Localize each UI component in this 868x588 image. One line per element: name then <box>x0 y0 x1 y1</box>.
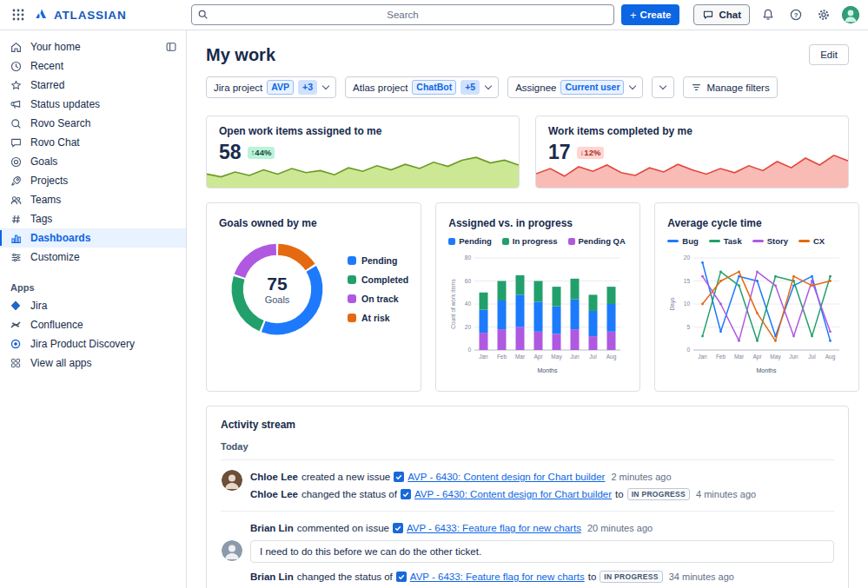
issue-link[interactable]: AVP - 6433: Feature flag for new charts <box>407 523 581 533</box>
activity-item: Chloe Lee changed the status of AVP - 64… <box>250 486 834 503</box>
app-switcher-button[interactable] <box>9 5 28 24</box>
sidebar-item-jira-product-discovery[interactable]: Jira Product Discovery <box>0 334 186 353</box>
sidebar-item-tags[interactable]: Tags <box>0 209 186 228</box>
sidebar: Your home Recent Starred Status updates <box>0 30 187 588</box>
manage-filters-button[interactable]: Manage filters <box>683 76 777 98</box>
sidebar-item-dashboards[interactable]: Dashboards <box>0 228 186 248</box>
settings-button[interactable] <box>814 5 833 24</box>
sidebar-item-starred[interactable]: Starred <box>0 76 186 95</box>
timestamp: 20 minutes ago <box>587 523 653 533</box>
avatar[interactable] <box>222 540 242 561</box>
home-icon <box>9 40 23 54</box>
sidebar-item-rovo-chat[interactable]: Rovo Chat <box>0 133 186 152</box>
help-button[interactable]: ? <box>786 5 805 24</box>
search-input[interactable] <box>191 4 614 25</box>
user-avatar[interactable] <box>842 6 859 23</box>
legend-item: Pending QA <box>568 236 626 246</box>
donut-center: 75 Goals <box>224 236 330 342</box>
sidebar-item-jira[interactable]: Jira <box>0 296 186 315</box>
timestamp: 34 minutes ago <box>669 571 734 582</box>
chat-button[interactable]: Chat <box>693 4 750 25</box>
filter-label: Jira project <box>214 83 262 93</box>
search-icon <box>197 9 209 20</box>
sidebar-item-view-all-apps[interactable]: View all apps <box>0 353 186 373</box>
collapse-sidebar-icon[interactable] <box>165 41 177 53</box>
sidebar-item-label: Customize <box>30 251 80 263</box>
user-avatar-image <box>842 6 859 23</box>
issue-link[interactable]: AVP - 6430: Content design for Chart bui… <box>414 489 612 499</box>
sidebar-item-label: Jira <box>30 300 47 312</box>
legend-item: Pending <box>448 236 491 246</box>
more-filters-dropdown[interactable] <box>652 76 674 98</box>
top-navigation-bar: ATLASSIAN + Create Chat <box>0 0 868 30</box>
chevron-down-icon <box>659 82 666 89</box>
atlassian-logo[interactable]: ATLASSIAN <box>33 7 126 23</box>
sidebar-item-label: View all apps <box>30 357 92 369</box>
legend-label: At risk <box>361 313 390 323</box>
sidebar-item-label: Teams <box>30 194 61 206</box>
svg-text:May: May <box>552 353 563 360</box>
svg-text:Months: Months <box>538 367 558 373</box>
sidebar-item-label: Rovo Search <box>30 117 90 129</box>
legend-swatch <box>348 256 356 265</box>
task-type-icon <box>396 571 407 582</box>
sidebar-item-label: Dashboards <box>30 232 90 244</box>
goals-donut-chart: 75 Goals <box>224 236 330 342</box>
kpi-cards-row: Open work items assigned to me 58 ↑44% W… <box>206 116 849 188</box>
jira-project-filter[interactable]: Jira project AVP +3 <box>206 76 336 98</box>
avatar[interactable] <box>222 470 242 491</box>
assignee-filter[interactable]: Assignee Current user <box>507 76 643 98</box>
sidebar-item-confluence[interactable]: Confluence <box>0 315 186 334</box>
legend-swatch <box>502 238 509 245</box>
line-chart-legend: Bug Task Story CX <box>667 236 846 246</box>
avatar-column <box>221 519 243 537</box>
svg-text:0: 0 <box>687 347 691 353</box>
legend-line-marker <box>667 240 679 242</box>
topbar-left: ATLASSIAN <box>9 5 191 24</box>
issue-link[interactable]: AVP - 6430: Content design for Chart bui… <box>407 472 605 482</box>
edit-button[interactable]: Edit <box>809 44 849 65</box>
sidebar-item-your-home[interactable]: Your home <box>0 37 186 56</box>
sidebar-item-recent[interactable]: Recent <box>0 56 186 76</box>
activity-group: Brian Lin commented on issue AVP - 6433:… <box>221 519 834 537</box>
sidebar-item-goals[interactable]: Goals <box>0 152 186 171</box>
svg-text:?: ? <box>794 11 798 19</box>
svg-text:Jun: Jun <box>571 353 580 360</box>
action-text: changed the status of <box>297 571 393 582</box>
sidebar-item-status-updates[interactable]: Status updates <box>0 95 186 114</box>
filter-label: Atlas project <box>353 83 407 93</box>
apps-section-heading: Apps <box>0 279 186 296</box>
avatar-column <box>221 468 243 503</box>
issue-link[interactable]: AVP - 6433: Feature flag for new charts <box>410 571 585 582</box>
actor-name: Brian Lin <box>250 523 294 533</box>
svg-text:Jul: Jul <box>590 353 598 360</box>
legend-item: Story <box>752 236 788 246</box>
filter-bar: Jira project AVP +3 Atlas project ChatBo… <box>206 76 849 98</box>
sidebar-item-teams[interactable]: Teams <box>0 190 186 209</box>
avatar-image <box>222 540 242 561</box>
activity-group: Brian Lin changed the status of AVP - 64… <box>221 568 834 585</box>
legend-item: CX <box>798 236 825 246</box>
page-header: My work Edit <box>206 44 849 65</box>
topbar-center: + Create <box>191 4 679 25</box>
atlas-project-filter[interactable]: Atlas project ChatBot +5 <box>345 76 499 98</box>
actor-name: Chloe Lee <box>250 472 298 482</box>
delta-up-badge: ↑44% <box>248 147 275 159</box>
filter-more-tag: +3 <box>298 80 317 95</box>
legend-swatch <box>348 275 356 284</box>
sidebar-item-projects[interactable]: Projects <box>0 171 186 190</box>
notifications-button[interactable] <box>759 5 778 24</box>
svg-text:Jul: Jul <box>809 353 817 360</box>
topbar-right: Chat ? <box>693 4 859 25</box>
jira-product-discovery-logo-icon <box>9 337 23 351</box>
sidebar-item-label: Rovo Chat <box>30 136 80 149</box>
create-button[interactable]: + Create <box>621 4 679 25</box>
status-lozenge: IN PROGRESS <box>627 488 690 500</box>
global-search <box>191 4 614 25</box>
create-button-label: Create <box>640 10 672 20</box>
legend-label: Bug <box>682 236 698 246</box>
chat-button-label: Chat <box>719 10 741 20</box>
sidebar-item-rovo-search[interactable]: Rovo Search <box>0 114 186 133</box>
sidebar-item-customize[interactable]: Customize <box>0 248 186 267</box>
legend-label: In progress <box>513 236 558 246</box>
